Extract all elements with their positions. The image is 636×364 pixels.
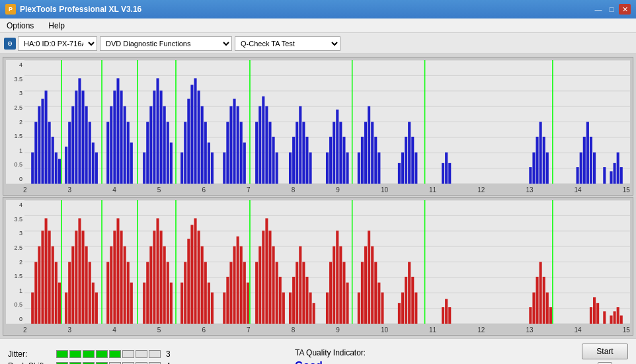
- svg-rect-36: [127, 122, 130, 184]
- svg-rect-177: [194, 218, 196, 324]
- svg-rect-180: [204, 262, 207, 324]
- svg-rect-228: [408, 262, 411, 324]
- function-select[interactable]: DVD Diagnostic Functions: [100, 36, 232, 51]
- svg-rect-210: [329, 262, 332, 324]
- peak-shift-label: Peak Shift:: [8, 361, 51, 364]
- svg-rect-34: [120, 91, 123, 184]
- svg-rect-218: [361, 262, 364, 324]
- svg-rect-15: [52, 137, 54, 184]
- svg-rect-109: [539, 122, 542, 184]
- toolbar: ⊙ HA:0 ID:0 PX-716A DVD Diagnostic Funct…: [0, 33, 636, 54]
- maximize-button[interactable]: □: [606, 4, 617, 15]
- jitter-seg-5: [109, 350, 121, 358]
- svg-rect-37: [130, 143, 133, 184]
- svg-rect-105: [448, 163, 451, 184]
- svg-rect-99: [408, 122, 411, 184]
- svg-rect-138: [48, 231, 51, 324]
- start-button[interactable]: Start: [582, 344, 628, 359]
- bottom-y-axis: 4 3.5 3 2.5 2 1.5 1 0.5 0: [6, 200, 24, 324]
- svg-rect-204: [299, 246, 301, 324]
- svg-rect-113: [576, 167, 579, 184]
- svg-rect-41: [149, 106, 152, 184]
- top-chart-container: 4 3.5 3 2.5 2 1.5 1 0.5 0: [3, 57, 633, 196]
- svg-rect-240: [546, 293, 549, 324]
- svg-rect-59: [223, 153, 225, 184]
- svg-rect-134: [34, 262, 37, 324]
- svg-rect-230: [415, 293, 417, 324]
- svg-rect-118: [593, 153, 596, 184]
- svg-rect-62: [233, 99, 236, 184]
- jitter-seg-4: [96, 350, 108, 358]
- svg-rect-33: [116, 78, 119, 184]
- svg-rect-146: [75, 231, 77, 324]
- svg-rect-55: [201, 106, 204, 184]
- svg-rect-39: [143, 153, 145, 184]
- svg-rect-98: [405, 137, 407, 184]
- svg-rect-222: [374, 262, 377, 324]
- svg-rect-233: [445, 299, 448, 324]
- quality-value: Good: [295, 360, 323, 364]
- test-select[interactable]: Q-Check TA Test: [235, 36, 340, 51]
- svg-rect-101: [415, 153, 417, 184]
- svg-rect-205: [302, 262, 305, 324]
- svg-rect-215: [346, 283, 348, 324]
- title-bar-left: P PlexTools Professional XL V3.16: [5, 4, 141, 15]
- svg-rect-120: [610, 171, 612, 184]
- svg-rect-40: [146, 122, 149, 184]
- svg-rect-198: [276, 262, 278, 324]
- svg-rect-22: [75, 91, 77, 184]
- bottom-x-axis: 2 3 4 5 6 7 8 9 10 11 12 13 14 15: [3, 326, 633, 335]
- svg-rect-57: [208, 143, 210, 184]
- svg-rect-217: [358, 293, 360, 324]
- svg-rect-223: [378, 283, 380, 324]
- svg-rect-117: [590, 137, 592, 184]
- drive-select[interactable]: HA:0 ID:0 PX-716A: [18, 36, 97, 51]
- svg-rect-103: [442, 163, 444, 184]
- svg-rect-85: [339, 122, 342, 184]
- svg-rect-14: [48, 122, 51, 184]
- metrics-section: Jitter: 3 Peak Shift:: [8, 349, 282, 364]
- svg-rect-239: [543, 277, 545, 324]
- svg-rect-213: [339, 246, 342, 324]
- svg-rect-87: [346, 153, 348, 184]
- jitter-value: 3: [166, 349, 171, 359]
- svg-rect-13: [45, 91, 48, 184]
- svg-rect-17: [58, 159, 61, 184]
- svg-rect-174: [184, 262, 186, 324]
- svg-rect-53: [194, 78, 196, 184]
- svg-rect-139: [52, 246, 54, 324]
- close-button[interactable]: ✕: [619, 4, 631, 15]
- minimize-button[interactable]: —: [592, 4, 604, 15]
- svg-rect-23: [78, 78, 81, 184]
- title-bar-controls[interactable]: — □ ✕: [592, 4, 631, 15]
- svg-rect-44: [160, 91, 163, 184]
- app-title: PlexTools Professional XL V3.16: [20, 5, 141, 14]
- menu-help[interactable]: Help: [44, 20, 69, 32]
- svg-rect-72: [272, 137, 275, 184]
- svg-rect-249: [617, 307, 619, 324]
- svg-rect-77: [299, 106, 301, 184]
- svg-rect-168: [160, 231, 163, 324]
- svg-rect-221: [371, 246, 374, 324]
- svg-rect-241: [549, 307, 552, 324]
- svg-rect-237: [536, 277, 539, 324]
- svg-rect-229: [411, 277, 414, 324]
- svg-rect-178: [198, 231, 200, 324]
- svg-rect-24: [82, 91, 85, 184]
- jitter-seg-1: [56, 350, 68, 358]
- svg-rect-65: [243, 143, 246, 184]
- svg-rect-107: [532, 153, 535, 184]
- svg-rect-81: [326, 153, 329, 184]
- svg-rect-144: [68, 262, 71, 324]
- svg-rect-54: [198, 91, 200, 184]
- svg-rect-51: [187, 99, 190, 184]
- svg-rect-119: [603, 167, 606, 184]
- menu-options[interactable]: Options: [3, 20, 38, 32]
- svg-rect-50: [184, 122, 186, 184]
- svg-rect-10: [34, 122, 37, 184]
- svg-rect-141: [58, 283, 61, 324]
- svg-rect-83: [333, 122, 335, 184]
- svg-rect-73: [276, 153, 278, 184]
- jitter-row: Jitter: 3: [8, 349, 282, 359]
- svg-rect-47: [170, 143, 173, 184]
